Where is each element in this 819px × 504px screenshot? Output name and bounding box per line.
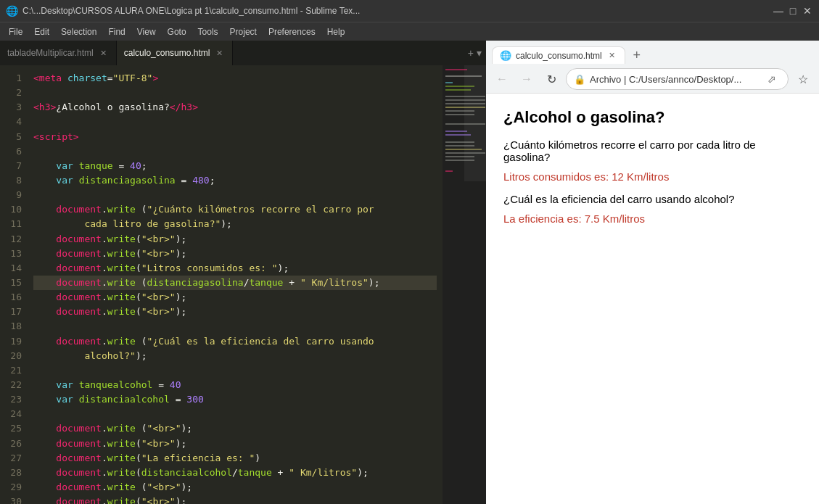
page-question-1: ¿Cuánto kilómetros recorre el carro por …: [503, 139, 802, 163]
code-line-20b: var tanquealcohol = 40: [33, 378, 437, 392]
page-answer-2: La eficiencia es: 7.5 Km/litros: [503, 212, 802, 225]
page-answer-1: Litros consumidos es: 12 Km/litros: [503, 170, 802, 183]
page-heading: ¿Alcohol o gasolina?: [503, 108, 802, 127]
tab-tablamultiplicar[interactable]: tabladeMultiplicar.html ✕: [0, 41, 117, 65]
maximize-button[interactable]: □: [787, 5, 799, 17]
menu-preferences[interactable]: Preferences: [263, 25, 321, 38]
tab-label: tabladeMultiplicar.html: [7, 48, 94, 58]
code-line-20: [33, 363, 437, 378]
code-line-21: var distanciaalcohol = 300: [33, 392, 437, 407]
address-secure-icon: 🔒: [574, 74, 585, 85]
code-line-28: document.write("<br>");: [33, 495, 437, 504]
window-controls: — □ ✕: [773, 5, 813, 17]
menu-help[interactable]: Help: [321, 25, 351, 38]
menu-project[interactable]: Project: [224, 25, 263, 38]
code-line-10: document.write ("¿Cuánto kilómetros reco…: [33, 202, 437, 217]
forward-button[interactable]: →: [516, 69, 537, 89]
code-line-17: [33, 319, 437, 334]
back-button[interactable]: ←: [492, 69, 512, 89]
svg-rect-22: [445, 170, 453, 172]
code-line-6: [33, 144, 437, 159]
minimize-button[interactable]: —: [773, 5, 784, 17]
svg-rect-1: [445, 69, 467, 70]
menu-selection[interactable]: Selection: [55, 25, 102, 38]
code-line-19: alcohol?");: [33, 349, 437, 363]
code-line-18: document.write ("¿Cuál es la eficiencia …: [33, 334, 437, 349]
title-bar: 🌐 C:\...Desktop\CURSOS ALURA ONE\Logica …: [0, 0, 819, 22]
add-tab-icon[interactable]: +: [468, 47, 474, 59]
svg-rect-3: [445, 82, 453, 83]
new-tab-button[interactable]: +: [627, 45, 647, 65]
code-line-13a: document.write("<br>");: [33, 247, 437, 261]
browser-tab-label: calculo_consumo.html: [516, 51, 602, 61]
browser-tab-close-btn[interactable]: ✕: [606, 50, 617, 61]
code-line-27: document.write ("<br>");: [33, 480, 437, 495]
title-bar-left: 🌐 C:\...Desktop\CURSOS ALURA ONE\Logica …: [6, 5, 360, 17]
code-line-26: document.write(distanciaalcohol/tanque +…: [33, 466, 437, 480]
line-numbers: 12345 678910 1112131415 1617181920 21222…: [0, 65, 26, 504]
code-editor[interactable]: <meta charset="UTF-8"> <h3>¿Alcohol o ga…: [26, 65, 443, 504]
code-line-22: [33, 407, 437, 421]
browser-tabs-row: 🌐 calculo_consumo.html ✕ +: [486, 41, 819, 65]
code-line-15: document.write("<br>");: [33, 290, 437, 305]
refresh-button[interactable]: ↻: [541, 69, 561, 89]
app-icon: 🌐: [6, 5, 18, 17]
close-button[interactable]: ✕: [802, 5, 813, 17]
code-line-9: [33, 188, 437, 202]
tab-bar: tabladeMultiplicar.html ✕ calculo_consum…: [0, 41, 486, 65]
browser-chrome: 🌐 calculo_consumo.html ✕ + ← → ↻ 🔒 Archi…: [486, 41, 819, 94]
browser-active-tab[interactable]: 🌐 calculo_consumo.html ✕: [492, 46, 625, 64]
main-area: tabladeMultiplicar.html ✕ calculo_consum…: [0, 41, 819, 504]
code-line-4: [33, 115, 437, 129]
menu-edit[interactable]: Edit: [28, 25, 55, 38]
code-line-25: document.write("La eficiencia es: "): [33, 451, 437, 466]
tab-list-icon[interactable]: ▾: [477, 47, 482, 59]
editor-pane: tabladeMultiplicar.html ✕ calculo_consum…: [0, 41, 486, 504]
code-line-7: var tanque = 40;: [33, 159, 437, 173]
menu-goto[interactable]: Goto: [162, 25, 192, 38]
bookmark-button[interactable]: ☆: [793, 69, 813, 89]
browser-nav-bar: ← → ↻ 🔒 Archivo | C:/Users/annco/Desktop…: [486, 65, 819, 93]
browser-content: ¿Alcohol o gasolina? ¿Cuánto kilómetros …: [486, 94, 819, 504]
page-question-2: ¿Cuál es la eficiencia del carro usando …: [503, 193, 802, 205]
tab-actions: + ▾: [464, 41, 486, 65]
editor-content[interactable]: 12345 678910 1112131415 1617181920 21222…: [0, 65, 486, 504]
tab-close-calculo[interactable]: ✕: [214, 48, 225, 59]
code-line-14: document.write (distanciagasolina/tanque…: [33, 276, 437, 290]
svg-rect-14: [445, 131, 467, 132]
menu-tools[interactable]: Tools: [192, 25, 224, 38]
tab-close-tablamultiplicar[interactable]: ✕: [98, 48, 109, 59]
window-title: C:\...Desktop\CURSOS ALURA ONE\Logica pt…: [22, 6, 360, 16]
menu-bar: File Edit Selection Find View Goto Tools…: [0, 22, 819, 41]
share-button[interactable]: ⬀: [763, 70, 781, 88]
minimap-svg: [443, 65, 486, 504]
minimap: [443, 65, 486, 504]
browser-tab-favicon: 🌐: [500, 50, 511, 61]
tab-label-active: calculo_consumo.html: [124, 48, 210, 58]
code-line-16: document.write("<br>");: [33, 305, 437, 319]
code-line-3: <h3>¿Alcohol o gasolina?</h3>: [33, 100, 437, 115]
code-line-13b: document.write("Litros consumidos es: ")…: [33, 261, 437, 276]
code-line-5: <script>: [33, 130, 437, 144]
address-bar[interactable]: 🔒 Archivo | C:/Users/annco/Desktop/... ⬀: [566, 68, 789, 90]
code-line-11: cada litro de gasolina?");: [33, 217, 437, 231]
code-line-1: <meta charset="UTF-8">: [33, 71, 437, 86]
svg-rect-23: [464, 65, 486, 181]
code-line-24: document.write("<br>");: [33, 437, 437, 451]
browser-pane: 🌐 calculo_consumo.html ✕ + ← → ↻ 🔒 Archi…: [486, 41, 819, 504]
menu-file[interactable]: File: [3, 25, 28, 38]
menu-view[interactable]: View: [131, 25, 162, 38]
code-line-12: document.write("<br>");: [33, 232, 437, 247]
code-line-23: document.write ("<br>");: [33, 421, 437, 436]
tab-calculo-consumo[interactable]: calculo_consumo.html ✕: [117, 41, 234, 65]
code-line-2: [33, 86, 437, 100]
code-line-8: var distanciagasolina = 480;: [33, 173, 437, 188]
menu-find[interactable]: Find: [102, 25, 131, 38]
address-text: Archivo | C:/Users/annco/Desktop/...: [590, 74, 759, 85]
